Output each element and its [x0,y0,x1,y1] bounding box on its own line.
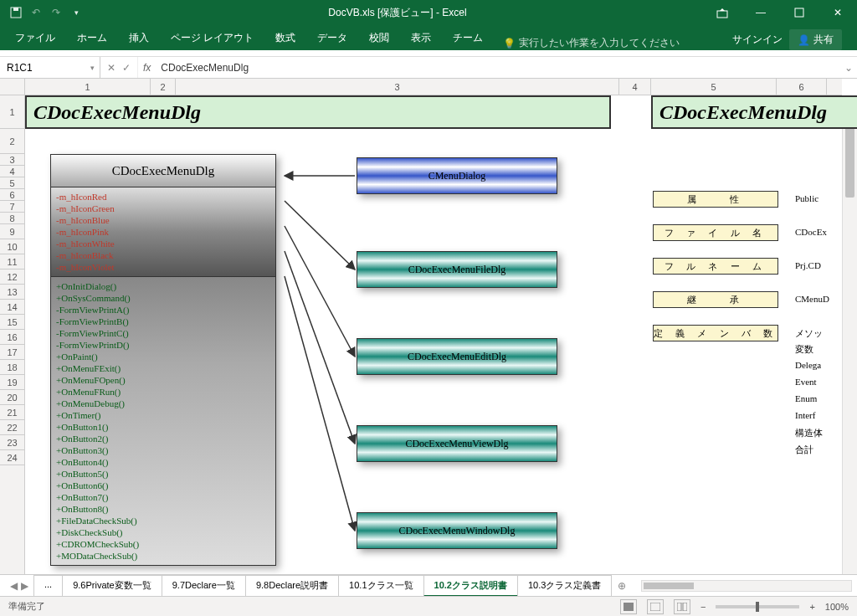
property-value: Interf [795,410,815,420]
minimize-button[interactable]: — [742,0,780,25]
sheet-tab[interactable]: 10.1クラス一覧 [338,575,423,597]
property-value: CMenuD [795,294,829,304]
row-header[interactable]: 8 [0,213,24,224]
row-header[interactable]: 6 [0,189,24,201]
save-icon[interactable] [8,5,23,20]
enter-fx-icon[interactable]: ✓ [122,62,131,74]
row-header[interactable]: 9 [0,224,24,239]
view-pagebreak-icon[interactable] [674,599,690,614]
row-header[interactable]: 1 [0,95,24,129]
titlebar: ↶ ↷ ▾ DocVB.xls [保護ビュー] - Excel — ✕ [0,0,857,25]
tab-view[interactable]: 表示 [401,26,441,50]
row-header[interactable]: 20 [0,390,24,405]
row-header[interactable]: 18 [0,360,24,375]
property-label: 属 性 [653,191,778,208]
quick-access-toolbar: ↶ ↷ ▾ [0,5,92,20]
row-header[interactable]: 16 [0,330,24,345]
share-icon: 👤 [798,34,810,46]
row-header[interactable]: 15 [0,315,24,330]
tab-team[interactable]: チーム [443,26,493,50]
tab-formula[interactable]: 数式 [265,26,305,50]
col-header[interactable]: 4 [619,79,651,95]
formula-input[interactable]: CDocExecMenuDlg [156,57,840,78]
property-value: 構造体 [795,427,823,439]
row-header[interactable]: 13 [0,285,24,300]
statusbar: 準備完了 − + 100% [0,596,857,616]
share-label: 共有 [813,33,834,47]
sheet-tab[interactable]: 10.3クラス定義書 [517,575,612,597]
view-normal-icon[interactable] [620,599,637,614]
property-value: Enum [795,393,817,403]
zoom-in-button[interactable]: + [809,602,814,612]
property-value: メソッ [795,327,823,340]
select-all-corner[interactable] [0,79,25,95]
share-button[interactable]: 👤 共有 [789,29,842,50]
name-box[interactable]: R1C1 [0,57,100,78]
tab-file[interactable]: ファイル [5,26,65,50]
cells[interactable]: CDocExecMenuDlg CDocExecMenuDlg CDocExec… [25,95,842,574]
property-value: Public [795,193,819,203]
tellme-search[interactable]: 💡 実行したい作業を入力してください [503,36,680,50]
col-header[interactable]: 3 [176,79,619,95]
col-header[interactable]: 2 [151,79,176,95]
row-header[interactable]: 7 [0,201,24,213]
row-header[interactable]: 10 [0,239,24,254]
row-headers[interactable]: 123456789101112131415161718192021222324 [0,95,25,574]
add-sheet-button[interactable]: ⊕ [611,577,633,595]
row-header[interactable]: 14 [0,300,24,315]
row-header[interactable]: 11 [0,254,24,270]
cancel-fx-icon[interactable]: ✕ [107,62,115,74]
sheet-tab[interactable]: 10.2クラス説明書 [423,575,518,597]
tab-review[interactable]: 校閲 [359,26,399,50]
column-headers[interactable]: 123456 [25,79,842,95]
row-header[interactable]: 24 [0,450,24,465]
maximize-button[interactable] [780,0,819,25]
row-header[interactable]: 4 [0,166,24,177]
svg-rect-2 [717,11,727,18]
svg-line-6 [285,226,355,357]
col-header[interactable]: 6 [777,79,827,95]
row-header[interactable]: 22 [0,420,24,435]
signin-link[interactable]: サインイン [732,33,783,47]
row-header[interactable]: 2 [0,129,24,154]
zoom-slider[interactable] [716,605,799,608]
sheet-tab[interactable]: 9.6Private変数一覧 [62,575,162,597]
row-header[interactable]: 5 [0,177,24,189]
zoom-level[interactable]: 100% [825,602,849,612]
ribbon-opts-icon[interactable] [703,0,742,25]
ribbon: ファイル ホーム 挿入 ページ レイアウト 数式 データ 校閲 表示 チーム 💡… [0,25,857,50]
sheet-tab[interactable]: ... [33,575,63,597]
expand-fx-icon[interactable]: ⌄ [840,57,857,78]
view-layout-icon[interactable] [647,599,664,614]
tab-nav-prev-icon[interactable]: ◀ [10,580,18,592]
sheet-tab[interactable]: 9.7Declare一覧 [162,575,246,597]
tab-insert[interactable]: 挿入 [119,26,159,50]
tab-layout[interactable]: ページ レイアウト [161,26,264,50]
redo-icon[interactable]: ↷ [49,5,64,20]
tab-home[interactable]: ホーム [67,26,117,50]
row-header[interactable]: 12 [0,270,24,285]
svg-rect-9 [624,603,634,611]
hscroll-thumb[interactable] [644,583,694,589]
col-header[interactable]: 5 [651,79,777,95]
row-header[interactable]: 23 [0,435,24,450]
row-header[interactable]: 17 [0,345,24,360]
zoom-out-button[interactable]: − [700,602,706,612]
property-label: フ ル ネ ー ム [653,258,778,275]
row-header[interactable]: 19 [0,375,24,390]
row-header[interactable]: 21 [0,405,24,420]
property-value: Event [795,377,817,387]
zoom-thumb[interactable] [756,602,759,612]
qat-dropdown-icon[interactable]: ▾ [69,5,84,20]
property-value: Prj.CD [795,260,821,270]
col-header[interactable]: 1 [25,79,151,95]
tab-data[interactable]: データ [307,26,357,50]
horizontal-scrollbar[interactable] [641,580,852,592]
close-button[interactable]: ✕ [819,0,857,25]
fx-icon[interactable]: fx [138,57,156,78]
undo-icon[interactable]: ↶ [28,5,44,20]
sheet-tab[interactable]: 9.8Declare説明書 [245,575,339,597]
row-header[interactable]: 3 [0,154,24,166]
tab-nav-next-icon[interactable]: ▶ [21,580,28,592]
vertical-scrollbar[interactable] [842,95,857,574]
